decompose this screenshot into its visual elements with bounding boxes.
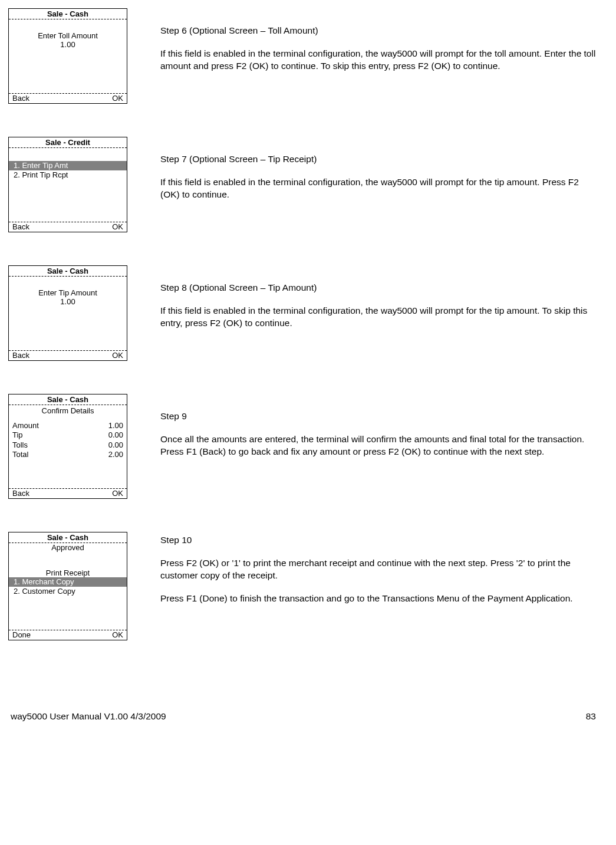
prompt-value: 1.00	[12, 297, 123, 306]
row-tip: Tip0.00	[12, 430, 123, 440]
softkey-back[interactable]: Back	[12, 489, 29, 498]
step-description: Step 8 (Optional Screen – Tip Amount) If…	[160, 265, 598, 340]
step-heading: Step 6 (Optional Screen – Toll Amount)	[160, 25, 598, 37]
terminal-footer: Back OK	[9, 351, 127, 360]
menu-item-selected[interactable]: 1. Merchant Copy	[9, 577, 127, 587]
softkey-ok[interactable]: OK	[112, 630, 123, 639]
softkey-ok[interactable]: OK	[112, 222, 123, 231]
row-total: Total2.00	[12, 450, 123, 459]
terminal-title: Sale - Cash	[9, 266, 127, 277]
terminal-body: 1. Enter Tip Amt 2. Print Tip Rcpt	[9, 148, 127, 222]
step-heading: Step 8 (Optional Screen – Tip Amount)	[160, 282, 598, 294]
softkey-ok[interactable]: OK	[112, 489, 123, 498]
terminal-screen: Sale - Cash Confirm Details Amount1.00 T…	[8, 394, 127, 499]
approved-label: Approved	[12, 543, 123, 552]
terminal-screen: Sale - Credit 1. Enter Tip Amt 2. Print …	[8, 137, 127, 232]
step-body: If this field is enabled in the terminal…	[160, 305, 598, 330]
step-description: Step 10 Press F2 (OK) or '1' to print th…	[160, 532, 598, 616]
step-9: Sale - Cash Confirm Details Amount1.00 T…	[8, 394, 598, 499]
terminal-body: Confirm Details Amount1.00 Tip0.00 Tolls…	[9, 405, 127, 489]
prompt-label: Enter Tip Amount	[12, 288, 123, 297]
page-footer: way5000 User Manual V1.00 4/3/2009 83	[8, 711, 598, 722]
step-body: If this field is enabled in the terminal…	[160, 176, 598, 201]
softkey-back[interactable]: Back	[12, 94, 29, 103]
row-tolls: Tolls0.00	[12, 440, 123, 450]
print-receipt-heading: Print Receipt	[12, 568, 123, 577]
terminal-body: Enter Tip Amount 1.00	[9, 277, 127, 351]
terminal-screen: Sale - Cash Enter Toll Amount 1.00 Back …	[8, 8, 127, 104]
step-body: Press F2 (OK) or '1' to print the mercha…	[160, 557, 598, 582]
terminal-title: Sale - Cash	[9, 9, 127, 19]
step-7: Sale - Credit 1. Enter Tip Amt 2. Print …	[8, 137, 598, 232]
step-heading: Step 9	[160, 410, 598, 423]
terminal-screen: Sale - Cash Approved Print Receipt 1. Me…	[8, 532, 127, 640]
menu-item-selected[interactable]: 1. Enter Tip Amt	[9, 161, 127, 170]
confirm-heading: Confirm Details	[12, 406, 123, 415]
softkey-ok[interactable]: OK	[112, 94, 123, 103]
step-8: Sale - Cash Enter Tip Amount 1.00 Back O…	[8, 265, 598, 361]
step-body-2: Press F1 (Done) to finish the transactio…	[160, 593, 598, 605]
terminal-footer: Done OK	[9, 630, 127, 640]
step-body: If this field is enabled in the terminal…	[160, 48, 598, 73]
menu-item[interactable]: 2. Customer Copy	[12, 587, 123, 596]
step-6: Sale - Cash Enter Toll Amount 1.00 Back …	[8, 8, 598, 104]
step-heading: Step 7 (Optional Screen – Tip Receipt)	[160, 153, 598, 166]
step-body: Once all the amounts are entered, the te…	[160, 433, 598, 458]
terminal-footer: Back OK	[9, 222, 127, 232]
terminal-screen: Sale - Cash Enter Tip Amount 1.00 Back O…	[8, 265, 127, 361]
terminal-title: Sale - Cash	[9, 532, 127, 543]
page-number: 83	[586, 711, 596, 722]
step-description: Step 6 (Optional Screen – Toll Amount) I…	[160, 8, 598, 83]
step-10: Sale - Cash Approved Print Receipt 1. Me…	[8, 532, 598, 640]
step-description: Step 9 Once all the amounts are entered,…	[160, 394, 598, 469]
softkey-done[interactable]: Done	[12, 630, 31, 639]
terminal-title: Sale - Credit	[9, 137, 127, 148]
terminal-footer: Back OK	[9, 489, 127, 498]
terminal-footer: Back OK	[9, 94, 127, 103]
prompt-value: 1.00	[12, 40, 123, 49]
softkey-back[interactable]: Back	[12, 222, 29, 231]
row-amount: Amount1.00	[12, 421, 123, 430]
softkey-ok[interactable]: OK	[112, 351, 123, 360]
step-description: Step 7 (Optional Screen – Tip Receipt) I…	[160, 137, 598, 212]
menu-item[interactable]: 2. Print Tip Rcpt	[12, 170, 123, 180]
prompt-label: Enter Toll Amount	[12, 31, 123, 40]
footer-left: way5000 User Manual V1.00 4/3/2009	[11, 711, 166, 722]
terminal-body: Enter Toll Amount 1.00	[9, 19, 127, 94]
terminal-body: Approved Print Receipt 1. Merchant Copy …	[9, 543, 127, 630]
softkey-back[interactable]: Back	[12, 351, 29, 360]
step-heading: Step 10	[160, 534, 598, 547]
terminal-title: Sale - Cash	[9, 394, 127, 405]
